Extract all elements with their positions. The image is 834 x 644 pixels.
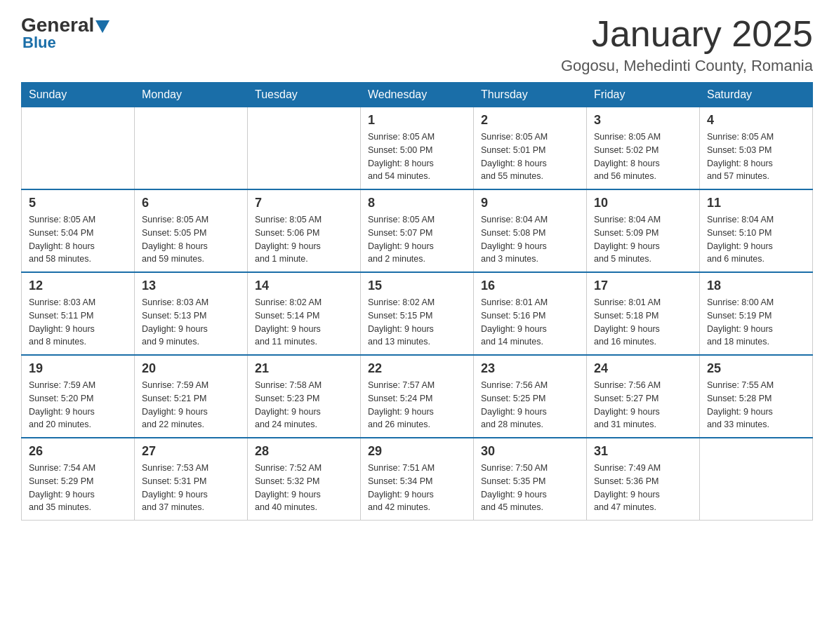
day-number: 18 (707, 279, 805, 293)
day-number: 4 (707, 113, 805, 128)
day-info: Sunrise: 7:57 AMSunset: 5:24 PMDaylight:… (368, 379, 466, 431)
day-info: Sunrise: 8:01 AMSunset: 5:16 PMDaylight:… (481, 296, 579, 349)
title-section: January 2025 Gogosu, Mehedinti County, R… (561, 14, 813, 75)
day-number: 28 (255, 444, 353, 459)
column-header-wednesday: Wednesday (361, 83, 474, 107)
calendar-cell: 12Sunrise: 8:03 AMSunset: 5:11 PMDayligh… (22, 272, 135, 355)
day-info: Sunrise: 7:51 AMSunset: 5:34 PMDaylight:… (368, 462, 466, 514)
calendar-cell: 19Sunrise: 7:59 AMSunset: 5:20 PMDayligh… (22, 355, 135, 438)
day-number: 16 (481, 279, 579, 293)
calendar-cell: 1Sunrise: 8:05 AMSunset: 5:00 PMDaylight… (361, 107, 474, 190)
day-number: 3 (594, 113, 692, 128)
calendar-cell: 24Sunrise: 7:56 AMSunset: 5:27 PMDayligh… (587, 355, 700, 438)
day-number: 14 (255, 279, 353, 293)
day-info: Sunrise: 7:56 AMSunset: 5:25 PMDaylight:… (481, 379, 579, 431)
day-info: Sunrise: 8:04 AMSunset: 5:08 PMDaylight:… (481, 213, 579, 266)
day-info: Sunrise: 8:05 AMSunset: 5:07 PMDaylight:… (368, 213, 466, 266)
day-info: Sunrise: 8:02 AMSunset: 5:15 PMDaylight:… (368, 296, 466, 349)
calendar-cell: 13Sunrise: 8:03 AMSunset: 5:13 PMDayligh… (135, 272, 248, 355)
day-info: Sunrise: 8:05 AMSunset: 5:02 PMDaylight:… (594, 130, 692, 183)
day-info: Sunrise: 8:05 AMSunset: 5:00 PMDaylight:… (368, 130, 466, 183)
day-number: 31 (594, 444, 692, 459)
week-row-1: 1Sunrise: 8:05 AMSunset: 5:00 PMDaylight… (22, 107, 813, 190)
day-number: 26 (29, 444, 127, 459)
calendar-subtitle: Gogosu, Mehedinti County, Romania (561, 57, 813, 75)
week-row-2: 5Sunrise: 8:05 AMSunset: 5:04 PMDaylight… (22, 189, 813, 272)
day-info: Sunrise: 7:55 AMSunset: 5:28 PMDaylight:… (707, 379, 805, 431)
day-number: 8 (368, 196, 466, 210)
column-header-friday: Friday (587, 83, 700, 107)
calendar-cell: 5Sunrise: 8:05 AMSunset: 5:04 PMDaylight… (22, 189, 135, 272)
day-number: 1 (368, 113, 466, 128)
day-number: 20 (142, 361, 240, 376)
calendar-cell (700, 438, 813, 521)
day-info: Sunrise: 8:04 AMSunset: 5:09 PMDaylight:… (594, 213, 692, 266)
calendar-cell: 31Sunrise: 7:49 AMSunset: 5:36 PMDayligh… (587, 438, 700, 521)
day-number: 25 (707, 361, 805, 376)
day-info: Sunrise: 8:00 AMSunset: 5:19 PMDaylight:… (707, 296, 805, 349)
column-header-thursday: Thursday (474, 83, 587, 107)
calendar-header-row: SundayMondayTuesdayWednesdayThursdayFrid… (22, 83, 813, 107)
day-number: 5 (29, 196, 127, 210)
day-number: 12 (29, 279, 127, 293)
day-number: 2 (481, 113, 579, 128)
calendar-cell: 11Sunrise: 8:04 AMSunset: 5:10 PMDayligh… (700, 189, 813, 272)
calendar-cell: 15Sunrise: 8:02 AMSunset: 5:15 PMDayligh… (361, 272, 474, 355)
day-number: 30 (481, 444, 579, 459)
calendar-cell: 30Sunrise: 7:50 AMSunset: 5:35 PMDayligh… (474, 438, 587, 521)
logo-blue-text: Blue (22, 34, 56, 52)
column-header-tuesday: Tuesday (248, 83, 361, 107)
day-info: Sunrise: 7:53 AMSunset: 5:31 PMDaylight:… (142, 462, 240, 514)
day-number: 21 (255, 361, 353, 376)
calendar-cell: 28Sunrise: 7:52 AMSunset: 5:32 PMDayligh… (248, 438, 361, 521)
calendar-cell: 26Sunrise: 7:54 AMSunset: 5:29 PMDayligh… (22, 438, 135, 521)
day-number: 10 (594, 196, 692, 210)
calendar-cell: 22Sunrise: 7:57 AMSunset: 5:24 PMDayligh… (361, 355, 474, 438)
calendar-cell: 16Sunrise: 8:01 AMSunset: 5:16 PMDayligh… (474, 272, 587, 355)
calendar-cell: 9Sunrise: 8:04 AMSunset: 5:08 PMDaylight… (474, 189, 587, 272)
day-info: Sunrise: 8:05 AMSunset: 5:06 PMDaylight:… (255, 213, 353, 266)
calendar-cell: 21Sunrise: 7:58 AMSunset: 5:23 PMDayligh… (248, 355, 361, 438)
day-info: Sunrise: 8:05 AMSunset: 5:05 PMDaylight:… (142, 213, 240, 266)
day-info: Sunrise: 8:01 AMSunset: 5:18 PMDaylight:… (594, 296, 692, 349)
day-info: Sunrise: 8:05 AMSunset: 5:03 PMDaylight:… (707, 130, 805, 183)
calendar-cell (22, 107, 135, 190)
day-number: 17 (594, 279, 692, 293)
calendar-cell: 8Sunrise: 8:05 AMSunset: 5:07 PMDaylight… (361, 189, 474, 272)
calendar-cell: 6Sunrise: 8:05 AMSunset: 5:05 PMDaylight… (135, 189, 248, 272)
day-info: Sunrise: 8:04 AMSunset: 5:10 PMDaylight:… (707, 213, 805, 266)
day-info: Sunrise: 7:49 AMSunset: 5:36 PMDaylight:… (594, 462, 692, 514)
calendar-cell: 4Sunrise: 8:05 AMSunset: 5:03 PMDaylight… (700, 107, 813, 190)
day-number: 7 (255, 196, 353, 210)
day-number: 9 (481, 196, 579, 210)
day-info: Sunrise: 8:03 AMSunset: 5:11 PMDaylight:… (29, 296, 127, 349)
day-info: Sunrise: 7:52 AMSunset: 5:32 PMDaylight:… (255, 462, 353, 514)
column-header-monday: Monday (135, 83, 248, 107)
page-header: General Blue January 2025 Gogosu, Mehedi… (21, 14, 813, 75)
calendar-cell: 27Sunrise: 7:53 AMSunset: 5:31 PMDayligh… (135, 438, 248, 521)
calendar-cell: 18Sunrise: 8:00 AMSunset: 5:19 PMDayligh… (700, 272, 813, 355)
logo[interactable]: General Blue (21, 14, 110, 52)
day-info: Sunrise: 8:02 AMSunset: 5:14 PMDaylight:… (255, 296, 353, 349)
calendar-title: January 2025 (561, 14, 813, 54)
calendar-table: SundayMondayTuesdayWednesdayThursdayFrid… (21, 82, 813, 521)
day-number: 19 (29, 361, 127, 376)
calendar-cell: 10Sunrise: 8:04 AMSunset: 5:09 PMDayligh… (587, 189, 700, 272)
day-number: 29 (368, 444, 466, 459)
calendar-cell: 2Sunrise: 8:05 AMSunset: 5:01 PMDaylight… (474, 107, 587, 190)
day-number: 27 (142, 444, 240, 459)
day-info: Sunrise: 7:59 AMSunset: 5:21 PMDaylight:… (142, 379, 240, 431)
day-number: 15 (368, 279, 466, 293)
day-info: Sunrise: 8:05 AMSunset: 5:01 PMDaylight:… (481, 130, 579, 183)
day-info: Sunrise: 7:54 AMSunset: 5:29 PMDaylight:… (29, 462, 127, 514)
column-header-saturday: Saturday (700, 83, 813, 107)
calendar-cell: 20Sunrise: 7:59 AMSunset: 5:21 PMDayligh… (135, 355, 248, 438)
day-info: Sunrise: 7:56 AMSunset: 5:27 PMDaylight:… (594, 379, 692, 431)
day-info: Sunrise: 8:03 AMSunset: 5:13 PMDaylight:… (142, 296, 240, 349)
calendar-cell: 7Sunrise: 8:05 AMSunset: 5:06 PMDaylight… (248, 189, 361, 272)
day-number: 11 (707, 196, 805, 210)
calendar-cell: 23Sunrise: 7:56 AMSunset: 5:25 PMDayligh… (474, 355, 587, 438)
calendar-cell (248, 107, 361, 190)
column-header-sunday: Sunday (22, 83, 135, 107)
calendar-cell (135, 107, 248, 190)
